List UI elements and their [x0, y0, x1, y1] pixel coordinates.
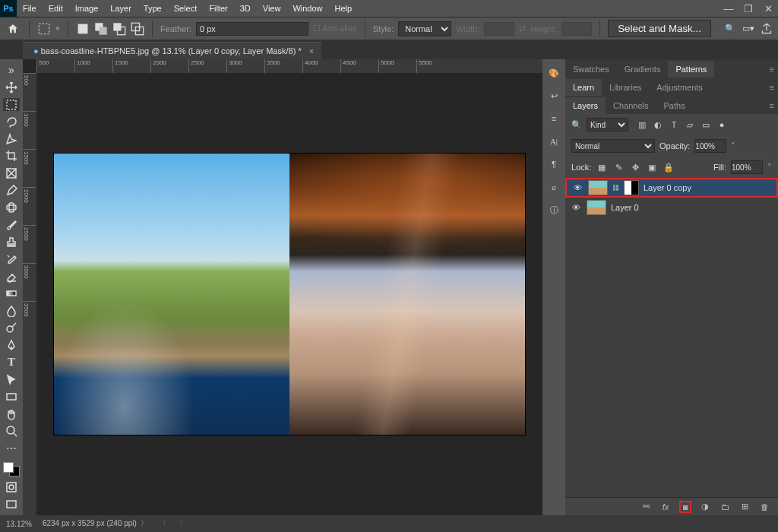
- menu-type[interactable]: Type: [138, 0, 168, 17]
- menu-filter[interactable]: Filter: [203, 0, 233, 17]
- window-minimize-icon[interactable]: —: [719, 3, 738, 14]
- layer-thumbnail[interactable]: [588, 180, 608, 195]
- stamp-tool-icon[interactable]: [3, 236, 20, 249]
- filter-smart-icon[interactable]: ▭: [700, 119, 712, 131]
- lock-transparent-icon[interactable]: ▦: [596, 161, 608, 173]
- tab-channels[interactable]: Channels: [606, 97, 656, 114]
- share-icon[interactable]: [760, 22, 773, 36]
- blur-tool-icon[interactable]: [3, 305, 20, 318]
- zoom-tool-icon[interactable]: [3, 425, 20, 438]
- eyedropper-tool-icon[interactable]: [3, 184, 20, 197]
- character-panel-icon[interactable]: A|: [546, 134, 561, 149]
- frame-tool-icon[interactable]: [3, 167, 20, 180]
- lasso-tool-icon[interactable]: [3, 116, 20, 128]
- document-tab[interactable]: ● bass-coastline-HTBPNE5.jpg @ 13.1% (La…: [23, 42, 321, 59]
- history-brush-tool-icon[interactable]: [3, 253, 20, 266]
- layer-row[interactable]: 👁 ⛓ Layer 0 copy: [565, 178, 778, 198]
- visibility-toggle-icon[interactable]: 👁: [570, 203, 582, 212]
- pen-tool-icon[interactable]: [3, 339, 20, 352]
- tab-swatches[interactable]: Swatches: [565, 61, 617, 78]
- layer-row[interactable]: 👁 Layer 0: [565, 198, 778, 217]
- menu-view[interactable]: View: [257, 0, 287, 17]
- hand-tool-icon[interactable]: [3, 408, 20, 421]
- panel-menu-icon[interactable]: ≡: [766, 97, 778, 114]
- blend-mode-select[interactable]: Normal: [571, 139, 655, 153]
- menu-help[interactable]: Help: [329, 0, 359, 17]
- canvas-viewport[interactable]: [36, 73, 542, 515]
- opacity-input[interactable]: [694, 139, 726, 153]
- layer-thumbnail[interactable]: [587, 200, 606, 215]
- zoom-level[interactable]: 13.12%: [6, 520, 32, 528]
- selection-intersect-icon[interactable]: [131, 22, 144, 36]
- filter-toggle-icon[interactable]: ●: [716, 119, 728, 131]
- close-tab-icon[interactable]: ×: [309, 46, 314, 55]
- screen-mode-icon[interactable]: [3, 498, 20, 511]
- new-layer-icon[interactable]: ⊞: [738, 502, 751, 511]
- lock-position-icon[interactable]: ✥: [629, 161, 641, 173]
- layer-name[interactable]: Layer 0: [611, 203, 639, 212]
- tab-paths[interactable]: Paths: [656, 97, 693, 114]
- filter-adjust-icon[interactable]: ◐: [652, 119, 664, 131]
- menu-layer[interactable]: Layer: [104, 0, 138, 17]
- properties-panel-icon[interactable]: ≡: [546, 111, 561, 126]
- path-select-tool-icon[interactable]: [3, 373, 20, 386]
- layer-filter-kind[interactable]: Kind: [587, 118, 628, 131]
- menu-3d[interactable]: 3D: [234, 0, 257, 17]
- marquee-tool-icon[interactable]: [37, 22, 51, 36]
- marquee-tool-icon[interactable]: [3, 98, 20, 111]
- lock-all-icon[interactable]: 🔒: [663, 161, 675, 173]
- delete-layer-icon[interactable]: 🗑: [758, 502, 770, 511]
- move-tool-icon[interactable]: [3, 81, 20, 94]
- quick-select-tool-icon[interactable]: [3, 132, 20, 145]
- selection-new-icon[interactable]: [76, 22, 90, 36]
- document-canvas[interactable]: [54, 154, 525, 435]
- tab-learn[interactable]: Learn: [565, 79, 602, 96]
- crop-tool-icon[interactable]: [3, 150, 20, 163]
- healing-tool-icon[interactable]: [3, 201, 20, 214]
- tab-gradients[interactable]: Gradients: [617, 61, 669, 78]
- menu-file[interactable]: File: [17, 0, 43, 17]
- color-panel-icon[interactable]: 🎨: [546, 65, 561, 81]
- filter-shape-icon[interactable]: ▱: [684, 119, 696, 131]
- info-panel-icon[interactable]: ⓘ: [546, 202, 561, 217]
- ruler-vertical[interactable]: 500100015002000250030003500: [23, 73, 36, 515]
- lock-artboard-icon[interactable]: ▣: [646, 161, 658, 173]
- tab-patterns[interactable]: Patterns: [668, 61, 714, 78]
- tab-adjustments[interactable]: Adjustments: [649, 79, 710, 96]
- add-mask-icon[interactable]: ◙: [679, 501, 691, 513]
- type-tool-icon[interactable]: T: [3, 356, 20, 369]
- paragraph-panel-icon[interactable]: ¶: [546, 157, 561, 172]
- visibility-toggle-icon[interactable]: 👁: [571, 183, 584, 192]
- color-swatches[interactable]: [3, 462, 20, 476]
- home-button[interactable]: [5, 21, 21, 37]
- link-layers-icon[interactable]: ⚯: [640, 502, 652, 511]
- layer-name[interactable]: Layer 0 copy: [644, 183, 691, 192]
- tab-layers[interactable]: Layers: [565, 97, 606, 114]
- workspace-switcher-icon[interactable]: ▭▾: [742, 22, 755, 36]
- dodge-tool-icon[interactable]: [3, 321, 20, 334]
- mask-link-icon[interactable]: ⛓: [612, 184, 619, 192]
- ruler-horizontal[interactable]: 5001000150020002500300035004000450050005…: [36, 59, 542, 73]
- fill-input[interactable]: [731, 160, 763, 174]
- select-and-mask-button[interactable]: Select and Mask...: [608, 20, 711, 37]
- layer-mask-thumbnail[interactable]: [624, 180, 639, 195]
- filter-pixel. icon[interactable]: ▥: [636, 119, 648, 131]
- feather-input[interactable]: [196, 22, 308, 36]
- panel-menu-icon[interactable]: ≡: [766, 79, 778, 96]
- window-close-icon[interactable]: ✕: [758, 3, 778, 14]
- doc-dimensions[interactable]: 6234 px x 3529 px (240 ppi) 〉: [43, 518, 149, 529]
- menu-edit[interactable]: Edit: [43, 0, 69, 17]
- search-icon[interactable]: 🔍: [723, 22, 737, 36]
- menu-select[interactable]: Select: [168, 0, 204, 17]
- filter-type-icon[interactable]: T: [668, 119, 680, 131]
- rectangle-tool-icon[interactable]: [3, 391, 20, 404]
- tab-libraries[interactable]: Libraries: [602, 79, 649, 96]
- quick-mask-icon[interactable]: [3, 481, 20, 494]
- menu-image[interactable]: Image: [69, 0, 105, 17]
- gradient-tool-icon[interactable]: [3, 287, 20, 300]
- tool-expand-icon[interactable]: »: [3, 64, 20, 77]
- edit-toolbar-icon[interactable]: ⋯: [3, 442, 20, 455]
- layer-style-icon[interactable]: fx: [659, 502, 672, 511]
- menu-window[interactable]: Window: [286, 0, 328, 17]
- window-restore-icon[interactable]: ❐: [738, 3, 758, 14]
